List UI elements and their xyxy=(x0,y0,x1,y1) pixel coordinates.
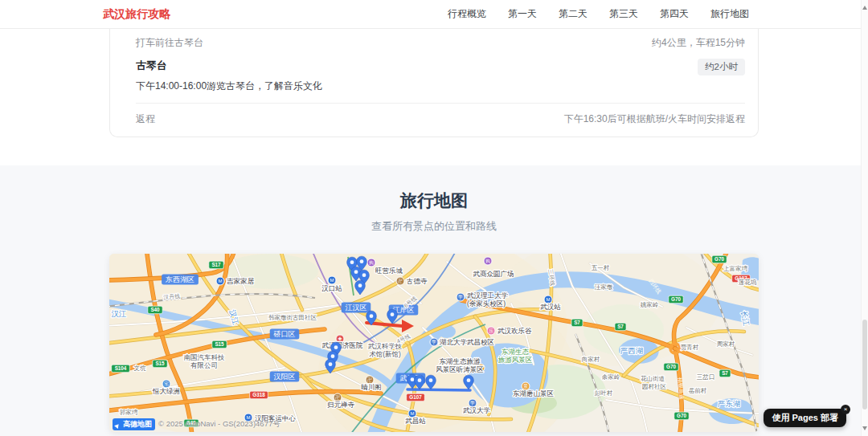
svg-text:严东湖: 严东湖 xyxy=(718,399,741,408)
svg-text:M: M xyxy=(330,278,334,283)
svg-text:武汉站: 武汉站 xyxy=(540,303,561,311)
road-badge-G70: G70 xyxy=(712,255,727,263)
map-text-label: 汪家墩 xyxy=(595,283,613,291)
svg-text:乐: 乐 xyxy=(489,328,493,333)
scrollbar-thumb[interactable] xyxy=(862,320,867,410)
svg-text:文垸: 文垸 xyxy=(134,365,147,372)
road-badge-S104: S104 xyxy=(112,365,130,373)
svg-text:G107: G107 xyxy=(409,394,422,400)
copyright-text: © 2025 AutoNavi - GS(2023)4677号 xyxy=(158,419,280,430)
svg-text:南国汽车科技: 南国汽车科技 xyxy=(184,353,226,361)
map-text-label: 莲花坞 xyxy=(739,279,757,286)
scroll-up-icon[interactable] xyxy=(862,3,867,10)
svg-text:武汉理工大学: 武汉理工大学 xyxy=(467,291,509,299)
svg-text:有限公司: 有限公司 xyxy=(190,361,218,369)
nav-link-0[interactable]: 行程概览 xyxy=(448,7,486,21)
map-poi[interactable]: 东湖生态旅游风景区 xyxy=(498,348,533,364)
map-text-label: 郭家塆 xyxy=(120,409,138,416)
map-svg[interactable]: S17S40S15S15S104S40G318G107G107S7S7S7G70… xyxy=(109,254,759,432)
water-label: 汉江 xyxy=(112,309,127,318)
svg-text:购: 购 xyxy=(485,259,490,264)
svg-text:S7: S7 xyxy=(574,320,580,325)
svg-text:三岔口: 三岔口 xyxy=(697,373,715,381)
map-text-label: 园村社区 xyxy=(642,383,667,390)
scroll-down-icon[interactable] xyxy=(862,426,867,433)
close-icon[interactable]: × xyxy=(841,405,850,414)
road-badge-G70: G70 xyxy=(674,412,689,420)
map-text-label: 姚家岭 xyxy=(641,301,659,308)
map-poi[interactable]: 武汉科学技术馆(新馆) xyxy=(368,342,403,358)
map-poi[interactable]: 卍古德寺 xyxy=(396,277,428,285)
svg-text:韩家墩街古田社区: 韩家墩街古田社区 xyxy=(268,314,317,321)
map-canvas[interactable]: S17S40S15S15S104S40G318G107G107S7S7S7G70… xyxy=(109,254,759,432)
navbar: 武汉旅行攻略 行程概览第一天第二天第三天第四天旅行地图 xyxy=(0,0,868,29)
svg-text:汪家墩: 汪家墩 xyxy=(595,283,613,291)
road-badge-S15: S15 xyxy=(212,340,227,348)
svg-text:五一村: 五一村 xyxy=(592,264,610,271)
nav-link-2[interactable]: 第二天 xyxy=(559,7,588,21)
svg-text:武汉大学: 武汉大学 xyxy=(463,406,491,414)
route-blue xyxy=(407,389,470,390)
svg-text:向家村: 向家村 xyxy=(582,356,600,363)
water-label: 严西湖 xyxy=(620,346,644,355)
svg-text:东西湖区: 东西湖区 xyxy=(165,275,194,283)
svg-text:卍: 卍 xyxy=(367,377,372,382)
road-badge-S15: S15 xyxy=(153,360,167,368)
road-badge-G70: G70 xyxy=(664,363,678,371)
nav-link-4[interactable]: 第四天 xyxy=(660,7,689,21)
svg-text:G318: G318 xyxy=(252,392,265,397)
return-note: 下午16:30后可根据航班/火车时间安排返程 xyxy=(564,112,745,126)
svg-text:周家村: 周家村 xyxy=(717,340,735,348)
svg-text:彭叶村: 彭叶村 xyxy=(595,389,613,397)
district-label: 汉阳区 xyxy=(270,372,300,382)
svg-text:S15: S15 xyxy=(215,341,224,347)
map-poi[interactable]: 学湖北大学武昌校区 xyxy=(430,338,494,346)
svg-text:花山街道: 花山街道 xyxy=(641,375,665,382)
svg-text:卍: 卍 xyxy=(398,278,403,283)
nav-link-1[interactable]: 第一天 xyxy=(508,7,537,21)
svg-text:宅: 宅 xyxy=(164,381,169,386)
svg-text:武汉欢乐谷: 武汉欢乐谷 xyxy=(497,327,532,335)
svg-text:(余家头校区): (余家头校区) xyxy=(467,299,506,308)
map-text-label: 五一村 xyxy=(592,264,610,271)
svg-text:学: 学 xyxy=(432,340,436,344)
svg-text:景: 景 xyxy=(523,384,528,389)
nav-link-5[interactable]: 旅行地图 xyxy=(710,7,749,21)
district-label: 硚口区 xyxy=(270,329,300,340)
nav-links: 行程概览第一天第二天第三天第四天旅行地图 xyxy=(448,7,749,21)
return-row: 返程 下午16:30后可根据航班/火车时间安排返程 xyxy=(136,112,745,126)
svg-text:园村社区: 园村社区 xyxy=(642,383,667,390)
map-poi[interactable]: 景东湖生态旅游风景区听涛景区 xyxy=(436,357,485,373)
map-text-label: 韩家墩街古田社区 xyxy=(268,314,317,321)
svg-text:M: M xyxy=(547,297,551,302)
site-title: 武汉旅行攻略 xyxy=(103,7,170,22)
transfer-note: 约4公里，车程15分钟 xyxy=(652,36,745,50)
map-text-label: 贾青村 xyxy=(681,344,699,351)
map-section: 旅行地图 查看所有景点的位置和路线 xyxy=(0,165,868,436)
svg-text:晴川阁: 晴川阁 xyxy=(361,383,382,391)
spot-description: 下午14:00-16:00游览古琴台，了解音乐文化 xyxy=(136,79,745,93)
amap-logo[interactable]: 高德地图 xyxy=(113,418,155,430)
svg-text:东湖生态旅游: 东湖生态旅游 xyxy=(440,357,481,365)
map-text-label: 三岔口 xyxy=(697,373,715,381)
svg-text:学: 学 xyxy=(458,295,463,299)
transfer-row: 打车前往古琴台 约4公里，车程15分钟 xyxy=(136,36,745,50)
svg-text:M: M xyxy=(411,411,415,416)
map-poi[interactable]: M吉家家居 xyxy=(216,277,255,285)
map-poi[interactable]: 乐武汉欢乐谷 xyxy=(487,327,532,335)
scrollbar[interactable] xyxy=(861,0,868,436)
svg-text:吉家家居: 吉家家居 xyxy=(227,277,255,285)
nav-link-3[interactable]: 第三天 xyxy=(609,7,638,21)
map-text-label: 余家岭 xyxy=(602,373,620,381)
svg-text:江汉区: 江汉区 xyxy=(346,304,367,312)
svg-text:G70: G70 xyxy=(677,413,686,418)
svg-text:武汉同济医院: 武汉同济医院 xyxy=(322,341,364,349)
deploy-badge[interactable]: 使用 Pages 部署 × xyxy=(764,409,846,427)
main-content: 打车前往古琴台 约4公里，车程15分钟 古琴台 约2小时 下午14:00-16:… xyxy=(0,29,868,436)
section-subtitle: 查看所有景点的位置和路线 xyxy=(0,219,868,234)
svg-text:G70: G70 xyxy=(714,256,724,262)
svg-text:风景区听涛景区: 风景区听涛景区 xyxy=(436,365,484,373)
svg-text:汉阳区: 汉阳区 xyxy=(274,373,296,381)
svg-text:姚家岭: 姚家岭 xyxy=(641,301,659,308)
divider xyxy=(136,103,745,104)
